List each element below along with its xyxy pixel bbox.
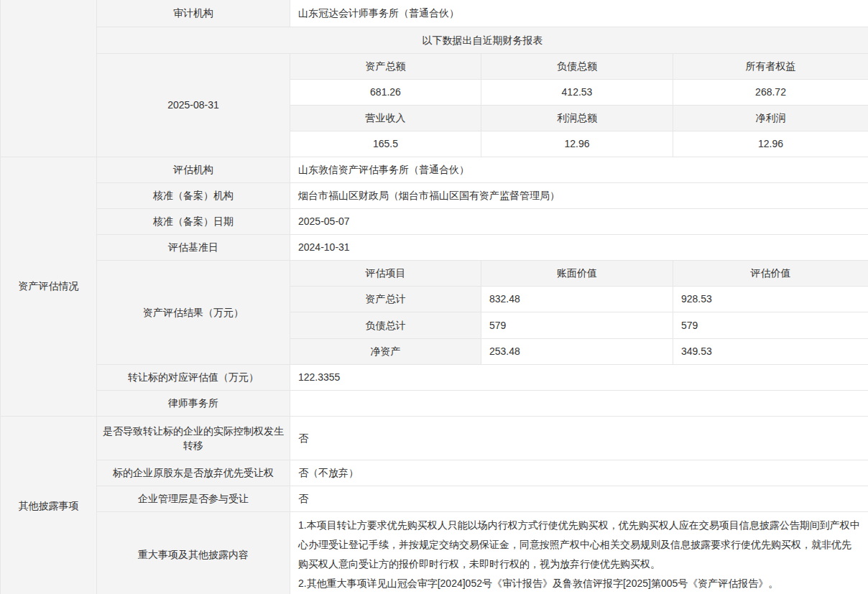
major-items-label: 重大事项及其他披露内容	[97, 511, 290, 594]
liabilities-total-value: 412.53	[481, 79, 673, 105]
owner-equity-header: 所有者权益	[673, 53, 868, 79]
law-firm-value	[290, 390, 868, 416]
control-change-value: 否	[290, 416, 868, 460]
group-label-asset-evaluation: 资产评估情况	[1, 157, 97, 416]
group-label-other-disclosure: 其他披露事项	[1, 416, 97, 594]
approval-date-label: 核准（备案）日期	[97, 208, 290, 234]
evaluation-base-date-value: 2024-10-31	[290, 234, 868, 260]
result-row-book-value: 579	[481, 312, 673, 338]
disclosure-page: 审计机构 山东冠达会计师事务所（普通合伙） 以下数据出自近期财务报表 2025-…	[0, 0, 868, 594]
law-firm-label: 律师事务所	[97, 390, 290, 416]
evaluation-agency-value: 山东敦信资产评估事务所（普通合伙）	[290, 157, 868, 182]
transfer-value-label: 转让标的对应评估值（万元）	[97, 364, 290, 390]
result-row-item: 资产总计	[290, 286, 481, 312]
operating-income-header: 营业收入	[290, 105, 481, 131]
result-row-book-value: 832.48	[481, 286, 673, 312]
total-profit-header: 利润总额	[481, 105, 673, 131]
liabilities-total-header: 负债总额	[481, 53, 673, 79]
result-row-assessed-value: 928.53	[673, 286, 868, 312]
evaluation-result-label: 资产评估结果（万元）	[97, 260, 290, 364]
result-row-item: 负债总计	[290, 312, 481, 338]
group-cell-top	[1, 0, 97, 157]
net-profit-header: 净利润	[673, 105, 868, 131]
management-participation-value: 否	[290, 486, 868, 511]
book-value-header: 账面价值	[481, 260, 673, 286]
result-row-assessed-value: 349.53	[673, 338, 868, 364]
transfer-value: 122.3355	[290, 364, 868, 390]
assets-total-header: 资产总额	[290, 53, 481, 79]
financial-report-date: 2025-08-31	[97, 53, 290, 157]
result-row-assessed-value: 579	[673, 312, 868, 338]
waive-right-value: 否（不放弃）	[290, 460, 868, 486]
result-row-item: 净资产	[290, 338, 481, 364]
net-profit-value: 12.96	[673, 131, 868, 157]
assets-total-value: 681.26	[290, 79, 481, 105]
assessed-value-header: 评估价值	[673, 260, 868, 286]
waive-right-label: 标的企业原股东是否放弃优先受让权	[97, 460, 290, 486]
major-items-value: 1.本项目转让方要求优先购买权人只能以场内行权方式行使优先购买权，优先购买权人应…	[290, 511, 868, 594]
evaluation-agency-label: 评估机构	[97, 157, 290, 182]
evaluation-base-date-label: 评估基准日	[97, 234, 290, 260]
control-change-label: 是否导致转让标的企业的实际控制权发生转移	[97, 416, 290, 460]
approval-org-label: 核准（备案）机构	[97, 182, 290, 208]
audit-agency-label: 审计机构	[97, 0, 290, 27]
owner-equity-value: 268.72	[673, 79, 868, 105]
approval-date-value: 2025-05-07	[290, 208, 868, 234]
disclosure-table: 审计机构 山东冠达会计师事务所（普通合伙） 以下数据出自近期财务报表 2025-…	[0, 0, 868, 594]
result-row-book-value: 253.48	[481, 338, 673, 364]
evaluation-item-header: 评估项目	[290, 260, 481, 286]
operating-income-value: 165.5	[290, 131, 481, 157]
financial-note: 以下数据出自近期财务报表	[97, 27, 868, 53]
audit-agency-value: 山东冠达会计师事务所（普通合伙）	[290, 0, 868, 27]
approval-org-value: 烟台市福山区财政局（烟台市福山区国有资产监督管理局）	[290, 182, 868, 208]
management-participation-label: 企业管理层是否参与受让	[97, 486, 290, 511]
total-profit-value: 12.96	[481, 131, 673, 157]
